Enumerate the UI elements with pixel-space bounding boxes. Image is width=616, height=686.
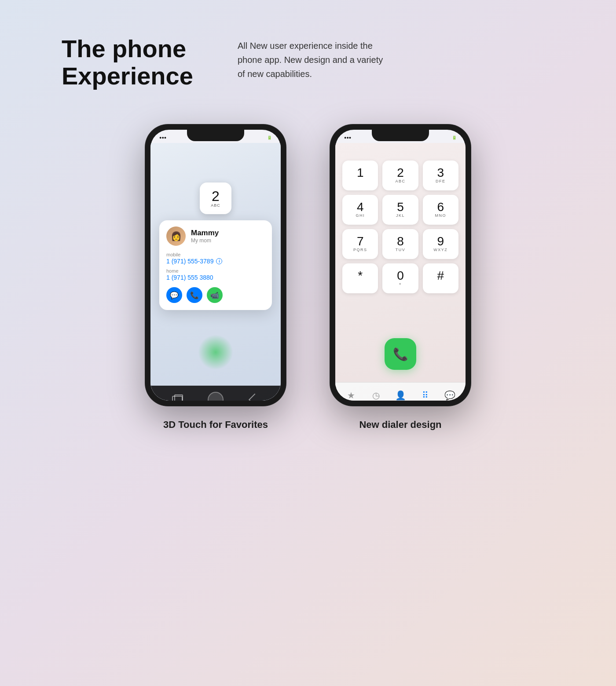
tab-icon-keypad: ⠿ <box>422 390 429 401</box>
home-number[interactable]: 1 (971) 555 3880 <box>166 274 265 281</box>
call-button-green[interactable]: 📞 <box>385 338 416 370</box>
dial-key-num: * <box>358 270 363 282</box>
dial-key-num: 9 <box>437 235 444 248</box>
back-button[interactable] <box>249 394 261 401</box>
dial-key-num: 7 <box>357 235 364 248</box>
dial-key-4[interactable]: 4 GHI <box>342 195 378 225</box>
home-row: home 1 (971) 555 3880 <box>166 268 265 281</box>
tab-recents[interactable]: ◷ Recents <box>363 390 388 401</box>
dial-key-5[interactable]: 5 JKL <box>382 195 418 225</box>
tab-icon-favorites: ★ <box>347 390 355 401</box>
contact-card: 👩 Mammy My mom mobile 1 (971) 555-3789 i <box>159 220 272 310</box>
dial-key-num: # <box>437 270 444 282</box>
dial-key-6[interactable]: 6 MNO <box>423 195 458 225</box>
facetime-button[interactable]: 📹 <box>207 287 223 303</box>
dial-key-sub: MNO <box>435 213 447 219</box>
dialer-grid: 1 2 ABC 3 DFE 4 GHI 5 JKL 6 MNO 7 PQRS 8… <box>342 161 458 293</box>
dial-key-sub: WXYZ <box>433 248 447 253</box>
phone1-screen: ●●● 9:41 🔋 2 ABC <box>150 130 281 401</box>
mobile-number[interactable]: 1 (971) 555-3789 i <box>166 258 265 265</box>
header-title: The phone Experience <box>62 35 202 89</box>
header-description: All New user experience inside the phone… <box>238 35 387 81</box>
phone1-frame: ●●● 9:41 🔋 2 ABC <box>145 124 286 406</box>
message-button[interactable]: 💬 <box>166 287 182 303</box>
tab-icon-voicemail: 💬 <box>444 390 455 401</box>
dial-key-sub: TUV <box>396 248 406 253</box>
home-label: home <box>166 268 265 274</box>
pressed-key-number: 2 <box>212 189 220 203</box>
dial-key-num: 5 <box>397 201 404 213</box>
dial-key-sub: ABC <box>395 179 405 184</box>
phone-icon: 📞 <box>393 347 408 361</box>
home-button[interactable] <box>208 392 224 401</box>
contact-info: Mammy My mom <box>191 229 219 244</box>
phone1-content: 2 ABC 👩 Mammy My mom mo <box>150 143 281 401</box>
dial-key-8[interactable]: 8 TUV <box>382 229 418 259</box>
dial-key-sub: DFE <box>436 179 446 184</box>
dial-key-num: 3 <box>437 167 444 179</box>
info-badge[interactable]: i <box>216 258 222 264</box>
tab-bar: ★ Favorites ◷ Recents 👤 Contacts ⠿ Keypa… <box>335 382 466 401</box>
dial-key-9[interactable]: 9 WXYZ <box>423 229 458 259</box>
dial-key-sub: GHI <box>356 213 365 219</box>
mobile-row: mobile 1 (971) 555-3789 i <box>166 252 265 265</box>
phone1-caption: 3D Touch for Favorites <box>163 419 268 431</box>
tab-voicemail[interactable]: 💬 Voicemail <box>437 390 462 401</box>
dial-key-num: 0 <box>397 270 404 282</box>
phone2-frame: ●●● 9:41 🔋 1 2 ABC 3 DFE 4 GH <box>330 124 471 406</box>
tab-favorites[interactable]: ★ Favorites <box>339 390 363 401</box>
phone2-wrapper: ●●● 9:41 🔋 1 2 ABC 3 DFE 4 GH <box>330 124 471 431</box>
call-button[interactable]: 📞 <box>187 287 202 303</box>
phone1-notch <box>187 130 244 141</box>
dial-key-num: 1 <box>357 167 364 179</box>
pressed-key-sub: ABC <box>211 203 220 208</box>
phone2-content: 1 2 ABC 3 DFE 4 GHI 5 JKL 6 MNO 7 PQRS 8… <box>335 143 466 401</box>
phone2-screen: ●●● 9:41 🔋 1 2 ABC 3 DFE 4 GH <box>335 130 466 401</box>
contact-header: 👩 Mammy My mom <box>166 226 265 246</box>
dial-key-num: 6 <box>437 201 444 213</box>
phone1-battery-icons: 🔋 <box>267 135 272 140</box>
mobile-label: mobile <box>166 252 265 257</box>
phone2-battery-icons: 🔋 <box>452 135 457 140</box>
tab-contacts[interactable]: 👤 Contacts <box>388 390 413 401</box>
tab-icon-contacts: 👤 <box>395 390 406 401</box>
phone1-wrapper: ●●● 9:41 🔋 2 ABC <box>145 124 286 431</box>
dial-key-2[interactable]: 2 ABC <box>382 161 418 190</box>
multitask-icon[interactable] <box>172 396 183 401</box>
phone2-signal-icons: ●●● <box>344 135 351 140</box>
phone2-notch <box>372 130 429 141</box>
tab-keypad[interactable]: ⠿ Keypad <box>413 390 437 401</box>
phone2-caption: New dialer design <box>359 419 441 431</box>
contact-name: Mammy <box>191 229 219 237</box>
contact-subtitle: My mom <box>191 237 219 244</box>
dial-key-7[interactable]: 7 PQRS <box>342 229 378 259</box>
contact-actions: 💬 📞 📹 <box>166 287 265 303</box>
dial-key-1[interactable]: 1 <box>342 161 378 190</box>
dial-key-num: 8 <box>397 235 404 248</box>
dial-key-3[interactable]: 3 DFE <box>423 161 458 190</box>
pressed-key-2: 2 ABC <box>200 182 231 214</box>
contact-avatar: 👩 <box>166 226 186 246</box>
dial-key-sub: PQRS <box>353 248 367 253</box>
dial-key-num: 2 <box>397 167 404 179</box>
dial-key-#[interactable]: # <box>423 263 458 293</box>
tab-icon-recents: ◷ <box>372 390 380 401</box>
phone1-signal-icons: ●●● <box>159 135 166 140</box>
dial-key-*[interactable]: * <box>342 263 378 293</box>
green-glow <box>198 335 233 370</box>
phones-row: ●●● 9:41 🔋 2 ABC <box>145 124 471 431</box>
header: The phone Experience All New user experi… <box>26 35 590 89</box>
dial-key-sub: JKL <box>396 213 405 219</box>
dial-key-sub: + <box>399 282 402 287</box>
dial-key-num: 4 <box>357 201 364 213</box>
phone1-bottom-bar <box>150 386 281 401</box>
dial-key-0[interactable]: 0 + <box>382 263 418 293</box>
